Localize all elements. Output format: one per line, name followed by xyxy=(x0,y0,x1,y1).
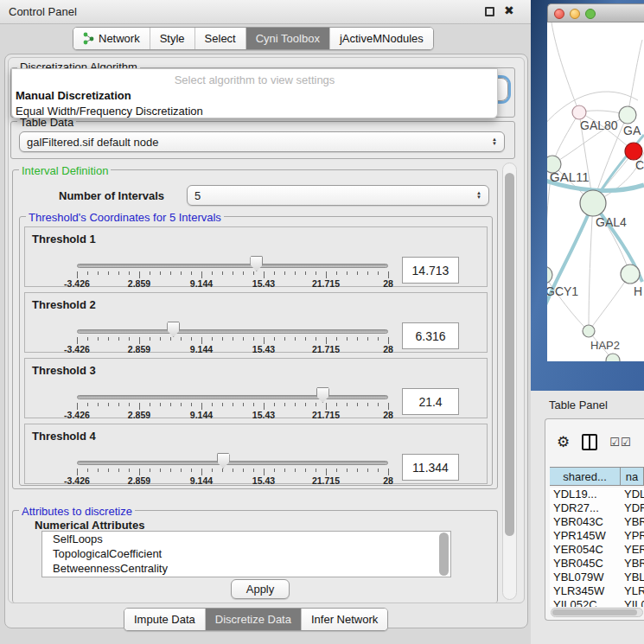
tick-mark xyxy=(274,469,275,472)
tab-network[interactable]: Network xyxy=(73,28,150,49)
network-canvas[interactable]: GAL80GAGAL11CGAL4GCY1HHAP2 xyxy=(547,22,644,361)
network-window-titlebar[interactable] xyxy=(547,3,644,22)
attribute-list-scrollbar[interactable] xyxy=(439,532,449,576)
tick-mark xyxy=(233,337,233,341)
table-cell: YBR0 xyxy=(621,515,644,529)
slider-track[interactable] xyxy=(77,461,388,465)
algorithm-option[interactable]: Equal Width/Frequency Discretization xyxy=(12,104,497,119)
threshold-value-field[interactable]: 6.316 xyxy=(402,322,459,349)
table-data-combobox[interactable]: galFiltered.sif default node ▲▼ xyxy=(19,131,505,152)
tick-labels: -3.4262.8599.14415.4321.71528 xyxy=(77,475,388,485)
table-column-header[interactable]: shared... xyxy=(550,468,621,485)
slider-track[interactable] xyxy=(77,264,388,268)
gear-icon[interactable]: ⚙ xyxy=(557,433,570,451)
tick-mark xyxy=(347,469,348,472)
slider-track[interactable] xyxy=(77,395,388,399)
tick-mark xyxy=(316,337,316,341)
table-row[interactable]: YDL19...YDL1 xyxy=(550,488,644,501)
table-row[interactable]: YBL079WYBL0 xyxy=(550,571,644,584)
tick-mark xyxy=(160,469,161,472)
zoom-traffic-light-icon[interactable] xyxy=(585,9,596,19)
attribute-list-item[interactable]: TopologicalCoefficient xyxy=(42,546,450,561)
tick-mark xyxy=(170,337,171,341)
float-window-icon[interactable] xyxy=(485,7,494,16)
close-icon[interactable]: ✖ xyxy=(504,3,514,17)
network-node[interactable] xyxy=(547,266,552,284)
checkboxes-icon[interactable]: ☑☑ xyxy=(609,436,631,449)
table-row[interactable]: YPR145WYPR1 xyxy=(550,529,644,543)
table-cell: YLR3 xyxy=(621,584,644,598)
slider-thumb[interactable] xyxy=(250,256,263,271)
tick-mark xyxy=(233,469,233,472)
tick-mark xyxy=(388,469,389,475)
threshold-panel: Threshold 2-3.4262.8599.14415.4321.71528… xyxy=(24,292,488,353)
apply-button[interactable]: Apply xyxy=(231,579,290,599)
network-node[interactable] xyxy=(621,265,640,284)
tick-mark xyxy=(108,403,109,406)
tab-cyni-toolbox[interactable]: Cyni Toolbox xyxy=(245,28,329,49)
table-hscroll-thumb[interactable] xyxy=(552,609,637,615)
close-traffic-light-icon[interactable] xyxy=(554,9,564,19)
table-header-row: shared...na xyxy=(550,467,644,486)
table-cell: YBR0 xyxy=(621,557,644,571)
tick-mark xyxy=(108,469,109,472)
control-panel-title: Control Panel xyxy=(9,5,77,18)
tick-mark xyxy=(264,469,265,475)
tick-mark xyxy=(326,469,327,475)
panel-scrollbar-thumb[interactable] xyxy=(505,173,514,536)
network-node[interactable] xyxy=(572,105,586,119)
table-column-header[interactable]: na xyxy=(621,468,644,485)
number-of-intervals-label: Number of Intervals xyxy=(59,189,164,202)
tick-label: 2.859 xyxy=(128,475,150,486)
slider-track[interactable] xyxy=(77,329,388,334)
spinner-arrows-icon: ▲▼ xyxy=(492,137,497,146)
tab-label: jActiveMNodules xyxy=(340,32,424,45)
table-row[interactable]: YIL052CYIL0 xyxy=(550,598,644,607)
tab-impute-data[interactable]: Impute Data xyxy=(124,609,205,630)
tab-infer-network[interactable]: Infer Network xyxy=(301,609,387,630)
tick-mark xyxy=(295,403,296,406)
tab-jactivemnodules[interactable]: jActiveMNodules xyxy=(329,28,433,49)
network-node[interactable] xyxy=(583,325,595,337)
tick-mark xyxy=(326,271,327,278)
slider-thumb[interactable] xyxy=(316,387,329,403)
table-row[interactable]: YER054CYER0 xyxy=(550,543,644,557)
network-node[interactable] xyxy=(619,106,636,124)
slider-thumb[interactable] xyxy=(217,453,230,469)
slider-thumb[interactable] xyxy=(167,322,180,337)
numerical-attributes-list[interactable]: SelfLoopsTopologicalCoefficientBetweenne… xyxy=(41,531,451,577)
tick-label: 9.144 xyxy=(190,344,213,354)
threshold-panel: Threshold 3-3.4262.8599.14415.4321.71528… xyxy=(24,358,488,418)
tick-mark xyxy=(77,403,78,410)
table-horizontal-scrollbar[interactable] xyxy=(551,608,643,617)
threshold-value-field[interactable]: 14.713 xyxy=(402,257,459,284)
table-row[interactable]: YLR345WYLR3 xyxy=(550,584,644,598)
algorithm-dropdown-items: Manual DiscretizationEqual Width/Frequen… xyxy=(12,88,497,119)
tick-mark xyxy=(264,271,265,278)
table-row[interactable]: YBR045CYBR0 xyxy=(550,557,644,571)
tick-label: 21.715 xyxy=(312,410,340,420)
attribute-list-item[interactable]: BetweennessCentrality xyxy=(42,561,450,576)
tab-style[interactable]: Style xyxy=(150,28,194,49)
table-cell: YDL19... xyxy=(550,488,621,501)
columns-icon[interactable] xyxy=(582,434,597,450)
tab-discretize-data[interactable]: Discretize Data xyxy=(205,609,301,630)
network-node[interactable] xyxy=(625,143,642,160)
number-of-intervals-combobox[interactable]: 5 ▲▼ xyxy=(187,185,489,206)
algorithm-option[interactable]: Manual Discretization xyxy=(12,88,497,104)
attribute-list-item[interactable]: SelfLoops xyxy=(42,532,450,546)
minimize-traffic-light-icon[interactable] xyxy=(570,9,580,19)
table-row[interactable]: YBR043CYBR0 xyxy=(550,515,644,529)
tick-mark xyxy=(347,337,348,341)
threshold-value-field[interactable]: 21.4 xyxy=(402,388,459,415)
tick-mark xyxy=(118,469,119,472)
tick-label: 28 xyxy=(383,410,393,420)
tick-label: 21.715 xyxy=(312,344,340,354)
network-edge xyxy=(589,274,630,331)
threshold-value-field[interactable]: 11.344 xyxy=(402,454,459,481)
table-row[interactable]: YDR27...YDR2 xyxy=(550,501,644,515)
network-node-label: GAL80 xyxy=(580,118,618,132)
network-node[interactable] xyxy=(580,190,606,216)
tab-select[interactable]: Select xyxy=(194,28,245,49)
tick-mark xyxy=(295,271,296,275)
